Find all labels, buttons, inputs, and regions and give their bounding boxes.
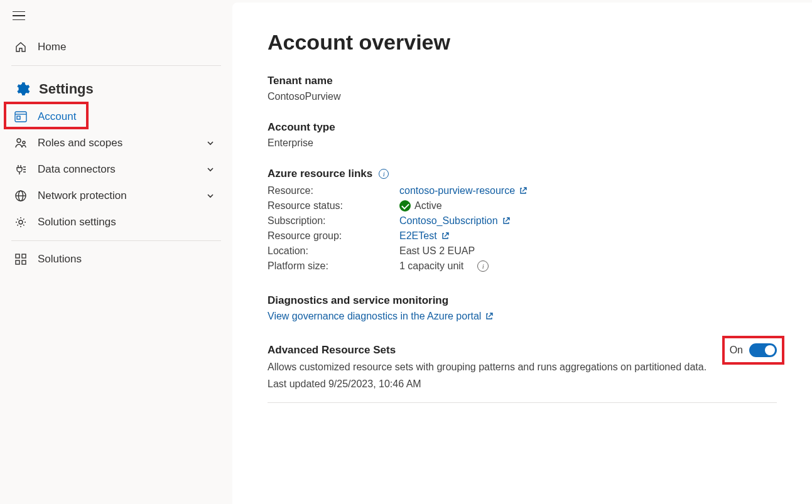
settings-header-label: Settings [39,81,94,97]
platform-value: 1 capacity unit [399,260,463,272]
hamburger-menu-icon[interactable] [13,9,26,23]
platform-key: Platform size: [268,260,399,272]
sidebar-item-roles[interactable]: Roles and scopes [11,130,221,156]
info-icon[interactable]: i [477,260,489,272]
divider [268,402,777,403]
location-value: East US 2 EUAP [399,245,475,257]
sidebar-item-home[interactable]: Home [11,34,221,60]
sidebar-item-label: Network protection [38,190,127,202]
ars-toggle-label: On [730,345,743,356]
ars-description: Allows customized resource sets with gro… [268,360,777,374]
roles-icon [14,136,28,150]
sidebar-item-label: Solutions [38,253,82,265]
svg-rect-11 [16,260,19,264]
external-link-icon [441,232,450,240]
globe-icon [14,189,28,203]
grid-icon [14,252,28,266]
row-location: Location: East US 2 EUAP [268,245,777,257]
rg-key: Resource group: [268,230,399,242]
info-icon[interactable]: i [379,169,389,179]
status-value: Active [414,200,442,212]
ars-last-updated: Last updated 9/25/2023, 10:46 AM [268,377,777,391]
account-type-label: Account type [268,121,777,134]
resource-link[interactable]: contoso-purview-resource [399,185,528,196]
main-content: Account overview Tenant name ContosoPurv… [232,3,812,504]
sidebar-item-label: Data connectors [38,163,116,176]
svg-rect-2 [17,116,20,119]
chevron-down-icon [206,165,215,174]
subscription-key: Subscription: [268,215,399,227]
svg-rect-10 [22,254,26,258]
sidebar-item-solutions[interactable]: Solutions [11,246,221,272]
svg-rect-12 [22,260,26,264]
ars-toggle-group: On [730,343,777,357]
ars-header: Advanced Resource Sets [268,344,396,357]
sidebar-item-network-protection[interactable]: Network protection [11,183,221,209]
plug-icon [14,163,28,176]
row-subscription: Subscription: Contoso_Subscription [268,215,777,227]
svg-point-3 [17,139,21,142]
tenant-name-value: ContosoPurview [268,91,777,102]
sidebar-item-label: Home [38,41,66,53]
ars-toggle[interactable] [749,343,777,357]
external-link-icon [519,186,528,195]
link-text: Contoso_Subscription [399,215,498,227]
link-text: contoso-purview-resource [399,185,515,196]
diagnostics-header: Diagnostics and service monitoring [268,294,777,307]
sidebar-item-label: Roles and scopes [38,137,122,149]
account-card-icon [14,110,28,124]
home-icon [14,40,28,54]
row-resource: Resource: contoso-purview-resource [268,185,777,196]
status-key: Resource status: [268,200,399,212]
sidebar-item-label: Account [38,110,76,123]
tenant-name-label: Tenant name [268,75,777,87]
azure-links-header: Azure resource links [268,168,372,180]
svg-rect-9 [16,254,19,258]
page-title: Account overview [268,30,777,55]
sidebar-item-solution-settings[interactable]: Solution settings [11,209,221,235]
sidebar-item-data-connectors[interactable]: Data connectors [11,156,221,183]
resource-key: Resource: [268,185,399,196]
settings-header: Settings [11,71,221,104]
divider [11,65,221,66]
diagnostics-link[interactable]: View governance diagnostics in the Azure… [268,311,494,322]
gear-outline-icon [14,215,28,229]
account-type-value: Enterprise [268,137,777,149]
location-key: Location: [268,245,399,257]
rg-link[interactable]: E2ETest [399,230,450,242]
link-text: View governance diagnostics in the Azure… [268,311,481,322]
svg-point-4 [23,141,25,144]
external-link-icon [485,312,494,321]
status-check-icon [399,200,411,212]
sidebar: Home Settings Account [0,0,232,504]
gear-icon [14,81,30,97]
svg-point-8 [19,220,23,224]
sidebar-item-label: Solution settings [38,216,116,228]
sidebar-item-account[interactable]: Account [11,104,221,130]
subscription-link[interactable]: Contoso_Subscription [399,215,511,227]
external-link-icon [502,217,511,225]
row-resource-status: Resource status: Active [268,200,777,212]
divider [11,240,221,241]
row-resource-group: Resource group: E2ETest [268,230,777,242]
row-platform-size: Platform size: 1 capacity unit i [268,260,777,272]
chevron-down-icon [206,191,215,200]
link-text: E2ETest [399,230,437,242]
chevron-down-icon [206,139,215,147]
